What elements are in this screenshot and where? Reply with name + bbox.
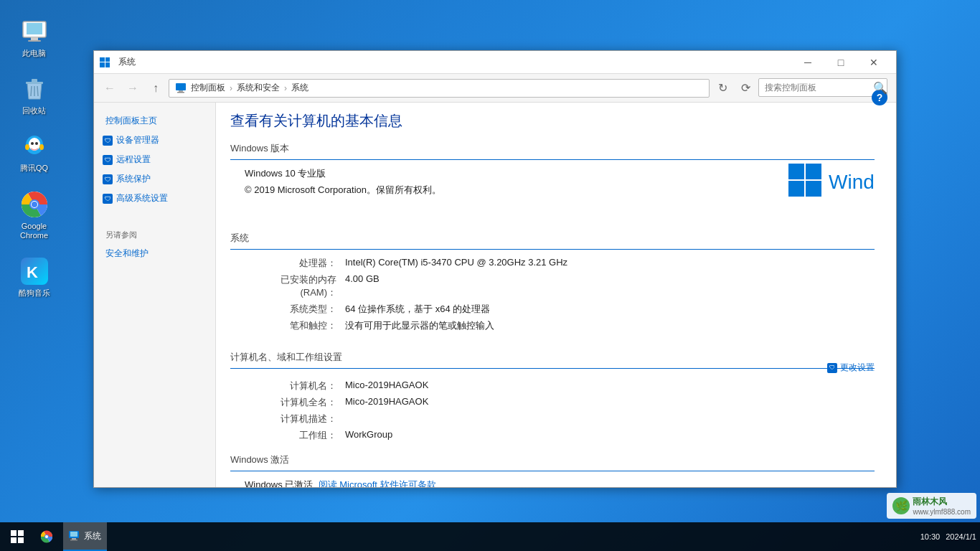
system-window: 系统 ─ □ ✕ ← → ↑ 控制面板 › 系统和安全 › xyxy=(93,50,897,488)
change-settings-shield-icon: 🛡 xyxy=(827,363,837,373)
sidebar-item-remote[interactable]: 🛡 远程设置 xyxy=(94,150,215,169)
desktop-icon-qq[interactable]: 腾讯QQ xyxy=(7,129,61,176)
path-separator-2: › xyxy=(284,83,287,93)
svg-rect-5 xyxy=(32,79,37,83)
svg-rect-1 xyxy=(27,23,42,34)
workgroup-label: 工作组： xyxy=(245,429,345,442)
windows-version-divider xyxy=(230,159,875,160)
search-button[interactable]: 🔍 xyxy=(870,78,890,98)
back-button[interactable]: ← xyxy=(100,78,120,98)
taskbar-chrome-icon xyxy=(40,530,53,543)
svg-text:K: K xyxy=(27,263,38,281)
computer-name-header: 计算机名、域和工作组设置 xyxy=(230,351,875,364)
address-right: ↻ ⟳ 🔍 xyxy=(712,78,890,98)
pen-touch-label: 笔和触控： xyxy=(245,319,345,332)
watermark: 🌿 雨林木风 www.ylmf888.com xyxy=(887,493,976,519)
svg-line-6 xyxy=(31,86,32,96)
computer-name-section: 计算机名、域和工作组设置 🛡 更改设置 计算机名： Mico-2019HAGAO… xyxy=(230,344,875,442)
activation-divider xyxy=(230,471,875,471)
watermark-logo: 🌿 xyxy=(892,497,910,514)
windows-version-row-2: © 2019 Microsoft Corporation。保留所有权利。 xyxy=(245,184,788,197)
pen-touch-value: 没有可用于此显示器的笔或触控输入 xyxy=(345,319,875,332)
desktop-icon-this-pc[interactable]: 此电脑 xyxy=(7,14,61,61)
taskbar-system-label: 系统 xyxy=(84,530,101,542)
taskbar-time: 10:30 xyxy=(920,532,941,541)
address-path[interactable]: 控制面板 › 系统和安全 › 系统 xyxy=(169,79,710,98)
svg-rect-21 xyxy=(176,83,186,90)
windows-version-value-1: Windows 10 专业版 xyxy=(245,167,788,180)
svg-text:Windows 10: Windows 10 xyxy=(829,171,875,193)
computer-fullname-value: Mico-2019HAGAOK xyxy=(345,396,875,409)
activation-header: Windows 激活 xyxy=(230,453,875,466)
sidebar-security-maintenance[interactable]: 安全和维护 xyxy=(94,244,215,263)
windows-version-header: Windows 版本 xyxy=(230,142,875,155)
up-button[interactable]: ↑ xyxy=(146,78,166,98)
system-type-value: 64 位操作系统，基于 x64 的处理器 xyxy=(345,303,875,316)
sidebar-item-protection[interactable]: 🛡 系统保护 xyxy=(94,169,215,189)
ram-row: 已安装的内存(RAM)： 4.00 GB xyxy=(245,273,875,299)
computer-desc-row: 计算机描述： xyxy=(245,413,875,425)
close-button[interactable]: ✕ xyxy=(857,51,890,74)
window-titlebar: 系统 ─ □ ✕ xyxy=(94,51,896,74)
svg-point-13 xyxy=(25,144,29,150)
path-separator-1: › xyxy=(230,83,232,93)
svg-rect-38 xyxy=(72,538,76,540)
window-body: 控制面板主页 🛡 设备管理器 🛡 远程设置 🛡 系统保护 🛡 高级系统设置 xyxy=(94,103,896,487)
desktop-icons: 此电脑 回收站 xyxy=(7,14,61,301)
svg-rect-30 xyxy=(18,530,24,536)
computer-name-value: Mico-2019HAGAOK xyxy=(345,380,875,392)
maximize-button[interactable]: □ xyxy=(824,51,857,74)
system-section-header: 系统 xyxy=(230,232,875,245)
computer-fullname-row: 计算机全名： Mico-2019HAGAOK xyxy=(245,396,875,409)
svg-rect-25 xyxy=(806,164,821,179)
window-controls: ─ □ ✕ xyxy=(791,51,890,74)
computer-name-section-info: 计算机名、域和工作组设置 xyxy=(230,344,875,376)
watermark-text: 雨林木风 www.ylmf888.com xyxy=(913,496,971,516)
svg-point-14 xyxy=(39,144,44,150)
taskbar-system-btn[interactable]: 系统 xyxy=(63,522,107,551)
windows-version-row-1: Windows 10 专业版 xyxy=(245,167,788,180)
computer-icon xyxy=(175,83,187,94)
shield-icon-remote: 🛡 xyxy=(103,155,113,165)
taskbar-system-icon xyxy=(69,531,80,541)
computer-name-label: 计算机名： xyxy=(245,380,345,392)
svg-point-10 xyxy=(29,138,40,151)
path-part-3: 系统 xyxy=(291,82,308,94)
refresh-button2[interactable]: ⟳ xyxy=(735,78,755,98)
forward-button[interactable]: → xyxy=(123,78,143,98)
change-settings-link[interactable]: 🛡 更改设置 xyxy=(827,362,875,374)
taskbar-chrome-btn[interactable] xyxy=(34,522,63,551)
desktop-icon-label-qq: 腾讯QQ xyxy=(20,164,48,173)
search-input[interactable] xyxy=(758,78,887,97)
svg-rect-26 xyxy=(788,181,804,197)
svg-rect-29 xyxy=(11,530,17,536)
start-button[interactable] xyxy=(0,522,34,551)
svg-rect-27 xyxy=(806,181,821,197)
shield-icon-advanced: 🛡 xyxy=(103,194,113,204)
path-part-1: 控制面板 xyxy=(191,82,225,94)
sidebar-item-advanced[interactable]: 🛡 高级系统设置 xyxy=(94,189,215,208)
processor-row: 处理器： Intel(R) Core(TM) i5-3470 CPU @ 3.2… xyxy=(245,257,875,270)
desktop-icon-label-this-pc: 此电脑 xyxy=(22,49,46,58)
svg-point-11 xyxy=(31,142,34,145)
svg-rect-24 xyxy=(788,164,804,179)
svg-rect-2 xyxy=(31,37,38,40)
refresh-button[interactable]: ↻ xyxy=(712,78,732,98)
ram-value: 4.00 GB xyxy=(345,273,875,299)
svg-rect-31 xyxy=(11,537,17,543)
svg-point-18 xyxy=(32,202,37,207)
computer-desc-value xyxy=(345,413,875,425)
svg-rect-23 xyxy=(177,92,184,93)
svg-rect-37 xyxy=(70,532,77,537)
svg-point-35 xyxy=(45,535,48,538)
desktop-icon-kugou[interactable]: K 酷狗音乐 xyxy=(7,254,61,301)
desktop-icon-chrome[interactable]: Google Chrome xyxy=(7,187,61,243)
svg-rect-39 xyxy=(70,540,77,541)
sidebar-item-device-manager[interactable]: 🛡 设备管理器 xyxy=(94,131,215,150)
main-content: 查看有关计算机的基本信息 Windows 版本 xyxy=(216,103,896,487)
desktop-icon-recycle-bin[interactable]: 回收站 xyxy=(7,72,61,118)
sidebar-control-panel-home[interactable]: 控制面板主页 xyxy=(94,111,215,131)
license-link[interactable]: 阅读 Microsoft 软件许可条款 xyxy=(319,479,436,487)
minimize-button[interactable]: ─ xyxy=(791,51,824,74)
activation-section: Windows 激活 Windows 已激活 阅读 Microsoft 软件许可… xyxy=(230,453,875,487)
